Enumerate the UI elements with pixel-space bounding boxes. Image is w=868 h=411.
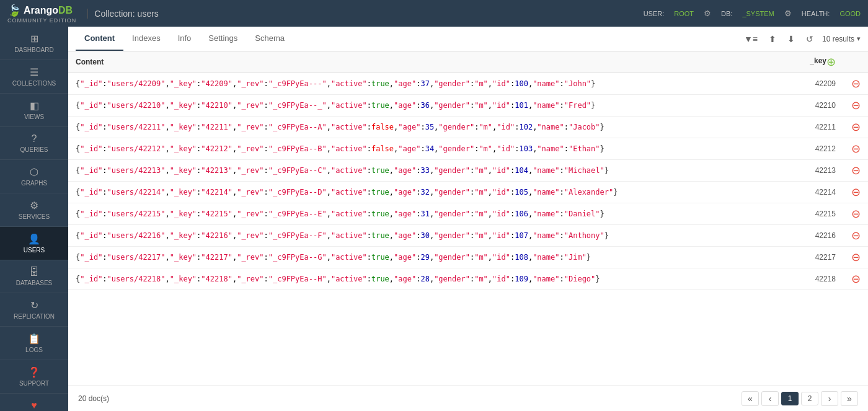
user-label: USER: <box>644 10 665 17</box>
remove-document-button[interactable]: ⊖ <box>851 165 861 176</box>
db-label: DB: <box>721 10 732 17</box>
key-cell: 42218 <box>750 268 843 290</box>
sidebar-item-services[interactable]: ⚙ SERVICES <box>0 193 68 227</box>
upload-icon[interactable]: ⬆ <box>766 33 779 45</box>
db-value: _SYSTEM <box>742 10 774 17</box>
key-cell: 42210 <box>750 95 843 117</box>
action-cell: ⊖ <box>843 138 868 160</box>
sidebar-item-label: SUPPORT <box>19 380 49 387</box>
heart-icon: ♥ <box>31 400 37 411</box>
sidebar-item-label: QUERIES <box>20 146 48 153</box>
json-cell[interactable]: {"_id":"users/42212","_key":"42212","_re… <box>68 138 750 160</box>
sidebar-item-label: DASHBOARD <box>14 46 53 53</box>
users-icon: 👤 <box>28 233 40 245</box>
next-page-button[interactable]: › <box>821 391 838 406</box>
page-1-button[interactable]: 1 <box>781 392 799 405</box>
sidebar-item-collections[interactable]: ☰ COLLECTIONS <box>0 60 68 94</box>
action-cell: ⊖ <box>843 73 868 95</box>
sidebar-item-queries[interactable]: ? QUERIES <box>0 127 68 160</box>
results-count-text: 10 results <box>822 35 854 43</box>
sidebar-item-help[interactable]: ♥ HELP US <box>0 394 68 411</box>
sidebar-item-logs[interactable]: 📋 LOGS <box>0 327 68 360</box>
remove-document-button[interactable]: ⊖ <box>851 100 861 111</box>
logo-edition: Community Edition <box>7 17 76 24</box>
sidebar-item-replication[interactable]: ↻ REPLICATION <box>0 293 68 327</box>
action-cell: ⊖ <box>843 182 868 203</box>
refresh-icon[interactable]: ↺ <box>804 33 816 45</box>
json-cell[interactable]: {"_id":"users/42210","_key":"42210","_re… <box>68 95 750 117</box>
results-dropdown-arrow[interactable]: ▾ <box>857 35 861 43</box>
remove-document-button[interactable]: ⊖ <box>851 143 861 154</box>
json-cell[interactable]: {"_id":"users/42211","_key":"42211","_re… <box>68 117 750 138</box>
services-icon: ⚙ <box>30 200 38 211</box>
sidebar-item-support[interactable]: ❓ SUPPORT <box>0 360 68 394</box>
db-settings-icon[interactable]: ⚙ <box>784 9 792 18</box>
sidebar-item-dashboard[interactable]: ⊞ DASHBOARD <box>0 27 68 60</box>
json-cell[interactable]: {"_id":"users/42218","_key":"42218","_re… <box>68 268 750 290</box>
sidebar-item-label: VIEWS <box>24 113 44 120</box>
json-cell[interactable]: {"_id":"users/42209","_key":"42209","_re… <box>68 73 750 95</box>
table-row: {"_id":"users/42211","_key":"42211","_re… <box>68 117 868 138</box>
download-icon[interactable]: ⬇ <box>785 33 797 45</box>
sidebar-item-users[interactable]: 👤 USERS <box>0 227 68 260</box>
remove-document-button[interactable]: ⊖ <box>851 208 861 219</box>
table-row: {"_id":"users/42215","_key":"42215","_re… <box>68 203 868 225</box>
graphs-icon: ⬡ <box>30 166 38 178</box>
tab-content[interactable]: Content <box>76 27 123 51</box>
sidebar-item-label: COLLECTIONS <box>12 80 56 87</box>
key-cell: 42213 <box>750 160 843 182</box>
health-label: HEALTH: <box>802 10 830 17</box>
page-2-button[interactable]: 2 <box>801 392 818 405</box>
json-cell[interactable]: {"_id":"users/42217","_key":"42217","_re… <box>68 247 750 268</box>
sidebar-item-label: SERVICES <box>19 213 50 220</box>
topbar-left: 🍃 ArangoDB Community Edition Collection:… <box>7 4 159 24</box>
remove-document-button[interactable]: ⊖ <box>851 122 861 133</box>
table-row: {"_id":"users/42218","_key":"42218","_re… <box>68 268 868 290</box>
logo-leaf-icon: 🍃 <box>7 4 21 17</box>
sidebar-item-graphs[interactable]: ⬡ GRAPHS <box>0 160 68 193</box>
header-action <box>843 51 868 73</box>
sidebar-item-views[interactable]: ◧ VIEWS <box>0 94 68 127</box>
user-settings-icon[interactable]: ⚙ <box>704 9 711 18</box>
json-cell[interactable]: {"_id":"users/42214","_key":"42214","_re… <box>68 182 750 203</box>
remove-document-button[interactable]: ⊖ <box>851 252 861 263</box>
tab-bar: Content Indexes Info Settings Schema ▼≡ … <box>68 27 868 51</box>
table-body: {"_id":"users/42209","_key":"42209","_re… <box>68 73 868 290</box>
tabs: Content Indexes Info Settings Schema <box>76 27 293 51</box>
sidebar-item-databases[interactable]: 🗄 DATABASES <box>0 260 68 293</box>
remove-document-button[interactable]: ⊖ <box>851 273 861 285</box>
key-cell: 42215 <box>750 203 843 225</box>
main-layout: ⊞ DASHBOARD ☰ COLLECTIONS ◧ VIEWS ? QUER… <box>0 27 868 411</box>
tab-settings[interactable]: Settings <box>200 27 246 51</box>
action-cell: ⊖ <box>843 117 868 138</box>
queries-icon: ? <box>32 133 37 144</box>
json-cell[interactable]: {"_id":"users/42213","_key":"42213","_re… <box>68 160 750 182</box>
action-cell: ⊖ <box>843 95 868 117</box>
sidebar-item-label: GRAPHS <box>21 180 47 187</box>
collection-title: Collection: users <box>87 9 159 19</box>
remove-document-button[interactable]: ⊖ <box>851 187 861 198</box>
footer: 20 doc(s) « ‹ 1 2 › » <box>68 386 868 411</box>
tab-info[interactable]: Info <box>169 27 200 51</box>
topbar-right: USER: ROOT ⚙ DB: _SYSTEM ⚙ HEALTH: GOOD <box>644 9 861 18</box>
add-document-button[interactable]: ⊕ <box>826 56 836 68</box>
last-page-button[interactable]: » <box>841 391 858 406</box>
json-cell[interactable]: {"_id":"users/42216","_key":"42216","_re… <box>68 225 750 247</box>
tab-actions: ▼≡ ⬆ ⬇ ↺ 10 results ▾ <box>742 33 861 45</box>
first-page-button[interactable]: « <box>742 391 759 406</box>
collections-icon: ☰ <box>30 66 38 78</box>
tab-indexes[interactable]: Indexes <box>123 27 169 51</box>
tab-schema[interactable]: Schema <box>246 27 293 51</box>
filter-icon[interactable]: ▼≡ <box>742 33 760 45</box>
table-row: {"_id":"users/42210","_key":"42210","_re… <box>68 95 868 117</box>
table-row: {"_id":"users/42209","_key":"42209","_re… <box>68 73 868 95</box>
support-icon: ❓ <box>28 366 40 378</box>
user-value: ROOT <box>674 10 694 17</box>
key-cell: 42212 <box>750 138 843 160</box>
remove-document-button[interactable]: ⊖ <box>851 230 861 241</box>
json-cell[interactable]: {"_id":"users/42215","_key":"42215","_re… <box>68 203 750 225</box>
prev-page-button[interactable]: ‹ <box>761 391 779 406</box>
remove-document-button[interactable]: ⊖ <box>851 78 861 89</box>
logo-arango: Arango <box>24 5 58 15</box>
sidebar-item-label: REPLICATION <box>14 313 55 320</box>
